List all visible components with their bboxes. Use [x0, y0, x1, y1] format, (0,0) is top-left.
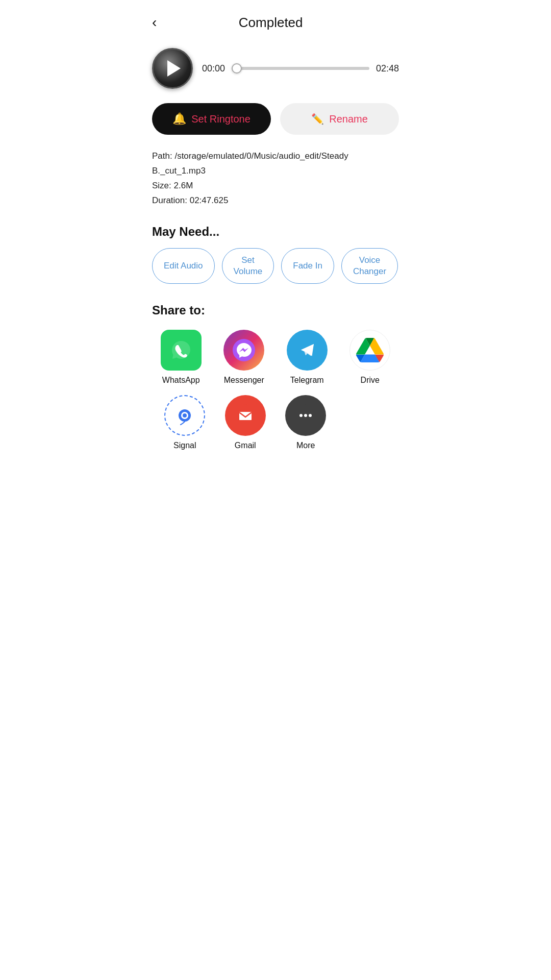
gmail-label: Gmail [235, 441, 256, 450]
svg-point-10 [309, 414, 312, 417]
share-grid-row1: WhatsApp Messenger [152, 330, 399, 385]
set-ringtone-button[interactable]: 🔔 Set Ringtone [152, 103, 271, 135]
progress-thumb[interactable] [232, 63, 242, 74]
file-duration: Duration: 02:47.625 [152, 193, 399, 208]
set-ringtone-label: Set Ringtone [191, 113, 251, 125]
play-icon [167, 60, 181, 77]
edit-icon: ✏️ [311, 113, 324, 125]
drive-label: Drive [361, 376, 380, 385]
signal-label: Signal [173, 441, 196, 450]
may-need-pills: Edit Audio SetVolume Fade In VoiceChange… [152, 248, 399, 284]
share-messenger[interactable]: Messenger [215, 330, 273, 385]
play-button[interactable] [152, 48, 193, 89]
rename-button[interactable]: ✏️ Rename [280, 103, 399, 135]
audio-player: 00:00 02:48 [138, 39, 413, 94]
file-path: Path: /storage/emulated/0/Music/audio_ed… [152, 149, 399, 179]
drive-icon [349, 330, 390, 371]
time-total: 02:48 [374, 63, 399, 74]
may-need-section: May Need... Edit Audio SetVolume Fade In… [138, 213, 413, 289]
share-telegram[interactable]: Telegram [278, 330, 336, 385]
svg-point-9 [304, 414, 307, 417]
share-gmail[interactable]: Gmail [218, 395, 273, 450]
svg-point-8 [299, 414, 303, 417]
pill-edit-audio[interactable]: Edit Audio [152, 248, 215, 284]
progress-bar[interactable] [232, 67, 369, 70]
player-controls: 00:00 02:48 [202, 63, 399, 74]
svg-point-4 [183, 413, 187, 418]
file-size: Size: 2.6M [152, 179, 399, 193]
gmail-icon [225, 395, 266, 436]
signal-icon [164, 395, 205, 436]
telegram-label: Telegram [290, 376, 324, 385]
share-drive[interactable]: Drive [341, 330, 399, 385]
bell-icon: 🔔 [172, 112, 186, 126]
action-buttons: 🔔 Set Ringtone ✏️ Rename [138, 94, 413, 140]
page-title: Completed [161, 15, 381, 31]
more-icon [285, 395, 326, 436]
whatsapp-label: WhatsApp [162, 376, 200, 385]
time-current: 00:00 [202, 63, 227, 74]
pill-voice-changer[interactable]: VoiceChanger [341, 248, 398, 284]
share-more[interactable]: More [278, 395, 334, 450]
share-title: Share to: [152, 303, 399, 317]
whatsapp-icon [161, 330, 202, 371]
telegram-icon [287, 330, 328, 371]
share-signal[interactable]: Signal [157, 395, 213, 450]
share-grid-row2: Signal Gmail Mo [152, 395, 399, 450]
messenger-label: Messenger [224, 376, 264, 385]
share-section: Share to: WhatsApp [138, 289, 413, 460]
more-label: More [296, 441, 315, 450]
share-whatsapp[interactable]: WhatsApp [152, 330, 210, 385]
pill-fade-in[interactable]: Fade In [281, 248, 334, 284]
pill-set-volume[interactable]: SetVolume [222, 248, 274, 284]
back-button[interactable]: ‹ [152, 12, 161, 33]
svg-point-0 [233, 339, 255, 361]
file-info: Path: /storage/emulated/0/Music/audio_ed… [138, 140, 413, 213]
may-need-title: May Need... [152, 225, 399, 239]
messenger-icon [223, 330, 264, 371]
rename-label: Rename [329, 113, 368, 125]
header: ‹ Completed [138, 0, 413, 39]
